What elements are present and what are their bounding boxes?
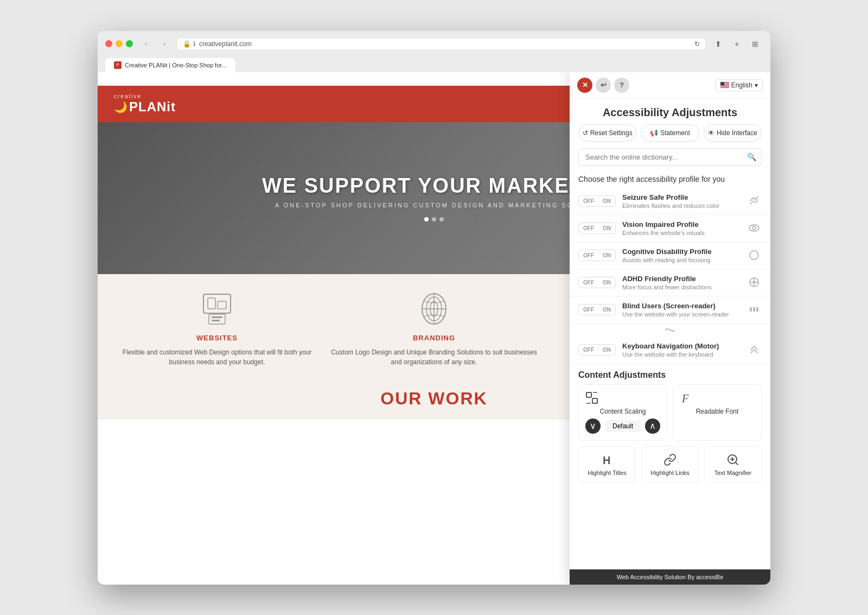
highlight-titles-label: Highlight Titles — [588, 470, 627, 476]
seizure-toggle-off[interactable]: OFF — [579, 196, 598, 206]
address-bar[interactable]: 🔒 ℹ creativeplanit.com ↻ — [177, 39, 705, 49]
profile-row-cognitive: OFF ON Cognitive Disability Profile Assi… — [570, 242, 770, 269]
keyboard-toggle-off[interactable]: OFF — [579, 345, 598, 355]
share-button[interactable]: ⬆ — [711, 36, 726, 52]
panel-control-icons: ✕ ↩ ? — [577, 78, 629, 93]
dictionary-search-input[interactable] — [578, 148, 762, 166]
readable-font-icon: F — [680, 391, 755, 404]
minimize-window-button[interactable] — [116, 40, 123, 47]
reset-icon: ↺ — [583, 129, 588, 137]
search-button[interactable]: 🔍 — [747, 153, 756, 161]
hero-dot-1[interactable] — [424, 217, 429, 221]
seizure-profile-name: Seizure Safe Profile — [622, 193, 740, 201]
content-scaling-icon — [585, 391, 660, 404]
readable-font-label: Readable Font — [680, 408, 755, 415]
text-magnifier-icon — [726, 453, 739, 466]
svg-rect-37 — [756, 307, 758, 312]
logo-line1: creative — [114, 93, 176, 99]
panel-scrollable-area[interactable]: Accessibility Adjustments ↺ Reset Settin… — [570, 99, 770, 569]
seizure-profile-info: Seizure Safe Profile Eliminates flashes … — [622, 193, 740, 209]
hide-interface-button[interactable]: 👁 Hide Interface — [704, 124, 762, 142]
content-scaling-item[interactable]: Content Scaling ∨ Default ∧ — [578, 384, 667, 441]
logo-planet-icon: 🌙 — [114, 100, 128, 113]
browser-toolbar: ⬆ + ⊞ — [711, 36, 763, 52]
blind-toggle[interactable]: OFF ON — [578, 304, 616, 315]
tab-label: Creative PLANit | One-Stop Shop for... — [125, 62, 227, 68]
site-logo: creative 🌙 PLANit — [114, 93, 176, 115]
svg-point-28 — [750, 251, 758, 259]
keyboard-toggle[interactable]: OFF ON — [578, 344, 616, 356]
readable-font-item[interactable]: F Readable Font — [673, 384, 762, 441]
reset-settings-button[interactable]: ↺ Reset Settings — [578, 124, 636, 142]
service-websites: WEBSITES Flexible and customized Web Des… — [114, 290, 320, 367]
maximize-window-button[interactable] — [126, 40, 133, 47]
adhd-profile-icon — [746, 275, 762, 290]
adhd-profile-info: ADHD Friendly Profile More focus and few… — [622, 275, 740, 290]
statement-button[interactable]: 📢 Statement — [641, 124, 699, 142]
forward-button[interactable]: › — [157, 38, 172, 50]
profile-row-vision: OFF ON Vision Impaired Profile Enhances … — [570, 215, 770, 242]
blind-profile-icon — [746, 302, 762, 317]
highlight-titles-icon: H — [601, 453, 614, 466]
back-button[interactable]: ‹ — [138, 38, 154, 50]
adhd-toggle-on[interactable]: ON — [598, 277, 615, 288]
svg-rect-22 — [720, 87, 729, 87]
keyboard-profile-name: Keyboard Navigation (Motor) — [622, 342, 740, 350]
cognitive-toggle[interactable]: OFF ON — [578, 250, 616, 261]
panel-close-button[interactable]: ✕ — [577, 78, 592, 93]
active-tab[interactable]: P Creative PLANit | One-Stop Shop for... — [105, 58, 235, 72]
adhd-toggle[interactable]: OFF ON — [578, 277, 616, 288]
blind-profile-desc: Use the website with your screen-reader — [622, 311, 740, 318]
panel-back-button[interactable]: ↩ — [596, 78, 611, 93]
cognitive-toggle-off[interactable]: OFF — [579, 250, 598, 261]
close-window-button[interactable] — [105, 40, 112, 47]
profile-row-seizure: OFF ON Seizure Safe Profile Eliminates f… — [570, 188, 770, 215]
svg-rect-23 — [720, 87, 729, 88]
blind-toggle-on[interactable]: ON — [598, 305, 615, 315]
svg-rect-2 — [218, 301, 226, 309]
hero-dot-3[interactable] — [439, 217, 444, 221]
keyboard-profile-icon — [746, 342, 762, 357]
websites-icon — [193, 290, 241, 328]
scale-value: Default — [605, 420, 641, 432]
vision-profile-desc: Enhances the website's visuals — [622, 230, 740, 236]
content-scaling-label: Content Scaling — [585, 408, 660, 415]
content-adjustments-title: Content Adjustments — [570, 364, 770, 384]
traffic-lights — [105, 40, 133, 47]
adhd-toggle-off[interactable]: OFF — [579, 277, 598, 288]
cognitive-toggle-on[interactable]: ON — [598, 250, 615, 261]
svg-rect-21 — [720, 86, 729, 87]
reload-icon[interactable]: ↻ — [694, 40, 700, 48]
hero-dots — [262, 217, 606, 221]
highlight-links-icon — [663, 453, 676, 466]
svg-text:F: F — [681, 392, 689, 404]
vision-toggle-on[interactable]: ON — [598, 223, 615, 233]
seizure-toggle[interactable]: OFF ON — [578, 195, 616, 207]
blind-profile-name: Blind Users (Screen-reader) — [622, 302, 740, 310]
scale-increase-button[interactable]: ∧ — [645, 419, 660, 434]
text-magnifier-label: Text Magnifier — [714, 470, 751, 476]
tab-favicon: P — [114, 61, 122, 69]
grid-button[interactable]: ⊞ — [748, 36, 763, 52]
hero-dot-2[interactable] — [432, 217, 436, 221]
tab-bar: P Creative PLANit | One-Stop Shop for... — [105, 56, 763, 72]
new-tab-button[interactable]: + — [729, 36, 744, 52]
vision-toggle[interactable]: OFF ON — [578, 223, 616, 234]
panel-help-button[interactable]: ? — [614, 78, 629, 93]
panel-search-bar: 🔍 — [578, 148, 762, 166]
svg-line-45 — [736, 462, 738, 464]
blind-toggle-off[interactable]: OFF — [579, 305, 598, 315]
text-magnifier-item[interactable]: Text Magnifier — [704, 446, 762, 483]
security-icons: 🔒 ℹ — [183, 40, 196, 48]
svg-point-30 — [752, 281, 756, 284]
language-selector[interactable]: English ▾ — [716, 79, 763, 91]
websites-desc: Flexible and customized Web Design optio… — [114, 347, 320, 367]
svg-text:H: H — [603, 454, 610, 466]
scale-decrease-button[interactable]: ∨ — [585, 419, 601, 434]
highlight-titles-item[interactable]: H Highlight Titles — [578, 446, 636, 483]
highlight-links-item[interactable]: Highlight Links — [641, 446, 699, 483]
vision-toggle-off[interactable]: OFF — [579, 223, 598, 233]
seizure-toggle-on[interactable]: ON — [598, 196, 615, 206]
blind-profile-info: Blind Users (Screen-reader) Use the webs… — [622, 302, 740, 318]
keyboard-toggle-on[interactable]: ON — [598, 345, 615, 355]
